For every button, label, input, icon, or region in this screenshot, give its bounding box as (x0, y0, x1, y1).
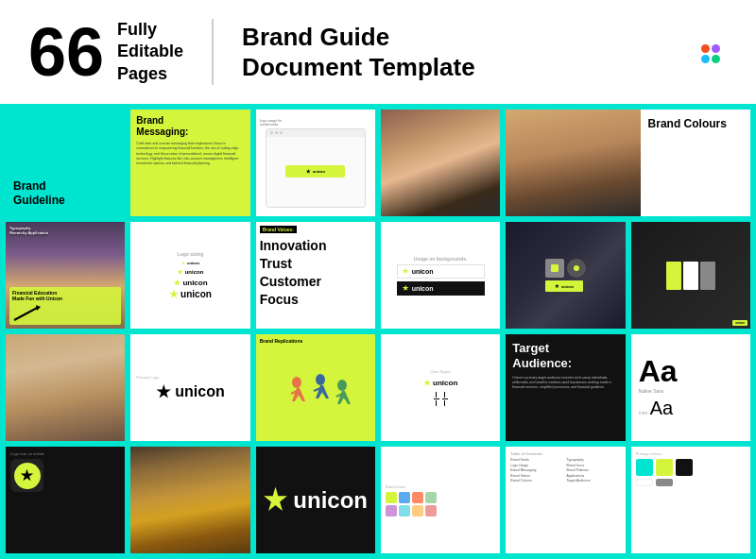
mock-logo: unicon (289, 169, 341, 174)
brand-action-bg: unicon (506, 222, 625, 329)
cell-target-audience: TargetAudience: Unicon's primary target … (506, 334, 625, 441)
cell-brand-colours: Brand Colours (506, 110, 750, 216)
cell-logo-mobile: Logo icon on mobile (6, 447, 125, 553)
photo-woman-smiling-bg (6, 334, 125, 441)
icon-5 (386, 505, 397, 517)
subtitle-line-1: Fully (117, 20, 183, 41)
brand-messaging-title: BrandMessaging: (136, 115, 244, 138)
toc-label: Table of Contents (510, 451, 541, 456)
arrow-graphic (12, 303, 41, 322)
product-2-dot (574, 265, 579, 271)
swatch-grey (656, 479, 673, 486)
icons-grid (386, 492, 437, 517)
logo-sizing-row-3: unicon (173, 279, 207, 287)
toc-col-1: Brand GuideLogo UsageBrand MessagingBran… (510, 458, 564, 484)
cell-stationery: unicon (631, 222, 750, 329)
logo-name-lg: unicon (182, 279, 207, 287)
cell-logo-large-black: unicon (256, 447, 375, 553)
cell-brand-messaging: BrandMessaging: Craft clear and concise … (130, 110, 249, 216)
svg-point-3 (337, 380, 347, 391)
icon-4 (425, 492, 437, 503)
header-title-block: Brand Guide Document Template (242, 22, 475, 83)
stationery-card-3 (700, 262, 715, 290)
product-bar-text: unicon (561, 284, 574, 289)
cell-brand-values-label: Brand Values: InnovationTrustCustomerFoc… (256, 222, 375, 329)
cell-primary-logo: Primary Logo unicon (130, 334, 249, 441)
usage-logo-black: unicon (397, 281, 485, 296)
figma-dot-2 (712, 44, 720, 53)
cell-primary-colours: Primary colours (631, 447, 750, 553)
primary-logo-label: Primary Logo (136, 375, 159, 380)
icon-1 (386, 492, 397, 503)
swatch-yellow (656, 459, 673, 476)
ind-2-top (444, 392, 445, 398)
stationery-badge: unicon (732, 320, 747, 326)
typography-title: TypographyHierarchy Application (9, 226, 48, 235)
brand-values-text: InnovationTrustCustomerFocus (260, 237, 327, 309)
product-2 (567, 259, 586, 278)
mobile-icon-wrap (10, 459, 43, 492)
large-black-star (264, 487, 288, 514)
brand-messaging-body: Craft clear and concise messaging that e… (136, 142, 244, 166)
cell-brand-guideline: BrandGuideline (6, 110, 125, 216)
usage-star-2 (403, 285, 409, 292)
primary-colours-label: Primary colours (636, 451, 662, 456)
aa-infer-label: Inter (639, 410, 648, 415)
cell-photo-woman-phone (381, 110, 500, 216)
logo-name-md: unicon (185, 269, 204, 275)
logo-star-sm (181, 262, 185, 265)
cell-mock-device: Logo usage forsocial media unicon (256, 110, 375, 216)
usage-unicon-2: unicon (412, 285, 434, 292)
icon-8 (425, 505, 437, 517)
subtitle-line-2: Editable (117, 42, 183, 62)
photo-woman-phone-bg (381, 110, 500, 216)
swatch-row-2 (636, 479, 673, 486)
logo-sizing-row-2: unicon (178, 269, 204, 275)
cell-typography: TypographyHierarchy Application Financia… (6, 222, 125, 329)
cell-clear-space: Clear Space unicon (381, 334, 500, 441)
mock-screen-header (266, 129, 366, 137)
logo-sizing-row-1: unicon (181, 261, 199, 265)
bookmark-shape (694, 27, 728, 76)
cell-brand-replications: Brand Replications (256, 334, 375, 441)
svg-marker-0 (36, 305, 41, 311)
usage-label: Usage on backgrounds. (414, 256, 468, 262)
logo-star-md (178, 269, 183, 275)
aa-display: Aa (639, 356, 678, 386)
product-1 (545, 259, 564, 278)
svg-point-2 (316, 374, 325, 385)
mock-screen-body: unicon (266, 137, 366, 207)
runners-area (260, 347, 371, 437)
subtitle-line-3: Pages (117, 64, 183, 85)
cell-photo-woman-smiling (6, 334, 125, 441)
header-subtitle-block: Fully Editable Pages (117, 20, 183, 85)
icon-7 (412, 505, 423, 517)
logo-star-xl (169, 290, 179, 299)
photo-woman-2 (506, 110, 640, 216)
aa-font-name: Naline Sans (639, 388, 664, 394)
figma-dots (701, 44, 720, 63)
title-line-1: Brand Guide (242, 22, 475, 53)
brand-messaging-content: BrandMessaging: Craft clear and concise … (130, 110, 249, 172)
brand-colours-inner: Brand Colours (506, 110, 750, 216)
large-black-unicon: unicon (293, 487, 368, 514)
header: 66 Fully Editable Pages Brand Guide Docu… (0, 0, 756, 104)
brand-colours-label: Brand Colours (648, 117, 727, 132)
logo-name-xl: unicon (180, 289, 212, 299)
photo-woman-3-bg: TypographyHierarchy Application Financia… (6, 222, 125, 329)
mock-dot-3 (280, 131, 283, 134)
typography-graphic (12, 303, 41, 322)
stationery-bg: unicon (631, 222, 750, 329)
indicator-2 (442, 392, 448, 406)
icon-3 (412, 492, 423, 503)
ind-1-top (436, 392, 437, 398)
clear-space-logo-row: unicon (423, 379, 457, 387)
header-left: 66 Fully Editable Pages (28, 18, 183, 86)
brand-guideline-label: BrandGuideline (6, 172, 73, 216)
ind-1-h (434, 398, 439, 399)
toc-col-2: TypographyBrand IconsBrand PatternsAppli… (566, 458, 620, 484)
typography-badge: Financial EducationMade Fun with Unicon (9, 287, 121, 325)
logo-name-sm: unicon (187, 261, 199, 265)
typography-slogan: Financial EducationMade Fun with Unicon (12, 290, 118, 301)
logo-mobile-label: Logo icon on mobile (10, 451, 44, 456)
